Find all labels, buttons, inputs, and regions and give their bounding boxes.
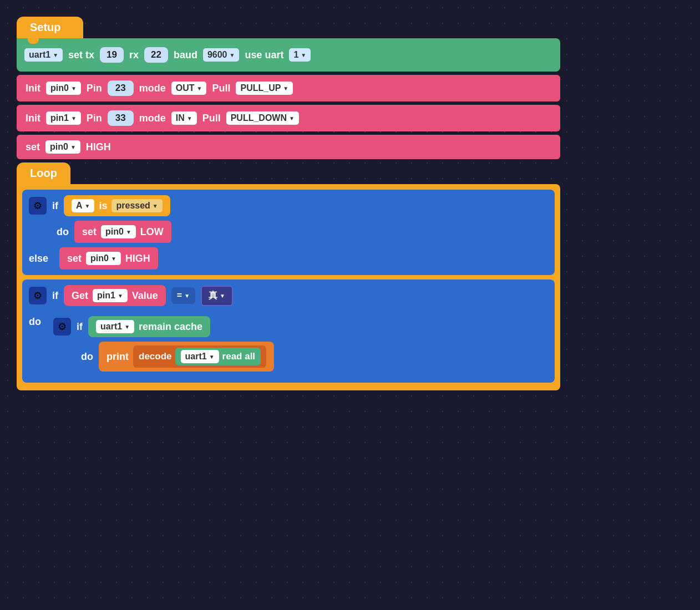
init-pin1-block: Init pin1 ▼ Pin 33 mode IN ▼ Pull PULL_D… <box>17 105 560 131</box>
gear-icon-3[interactable]: ⚙ <box>53 318 71 336</box>
if1-else-row: else set pin0 ▼ HIGH <box>29 247 548 270</box>
rx-value-field[interactable]: 22 <box>144 47 168 63</box>
if1-row: ⚙ if A ▼ is pressed ▼ <box>29 195 548 216</box>
gear-icon-2[interactable]: ⚙ <box>29 287 47 304</box>
if2-pin1-dropdown[interactable]: pin1 ▼ <box>93 289 128 302</box>
print-block: print decode uart1 ▼ read all <box>99 342 274 372</box>
use-uart-dropdown[interactable]: 1 ▼ <box>289 48 311 62</box>
pin1-label: Pin <box>87 113 102 124</box>
nested-if-block: ⚙ if uart1 ▼ remain cache <box>47 311 548 377</box>
loop-body: ⚙ if A ▼ is pressed ▼ <box>17 184 560 390</box>
setup-body: uart1 ▼ set tx 19 rx 22 baud 9600 ▼ use … <box>17 38 560 72</box>
mode-label: mode <box>139 83 166 94</box>
init-pin0-block: Init pin0 ▼ Pin 23 mode OUT ▼ Pull PULL_… <box>17 75 560 101</box>
do2-label: do <box>29 316 41 328</box>
uart-dropdown[interactable]: uart1 ▼ <box>24 48 63 62</box>
setup-label: Setup <box>30 21 61 33</box>
if2-condition: Get pin1 ▼ Value <box>64 285 166 306</box>
set-tx-label: set tx <box>68 49 94 61</box>
decode-block: decode uart1 ▼ read all <box>133 345 266 368</box>
compare-value-dropdown[interactable]: 真 ▼ <box>201 286 233 306</box>
mode1-dropdown[interactable]: IN ▼ <box>171 111 197 125</box>
nested-do-label: do <box>81 351 93 363</box>
if1-do-row: do set pin0 ▼ LOW <box>57 221 548 243</box>
baud-label: baud <box>174 49 197 61</box>
pull-label: Pull <box>212 83 230 94</box>
do-pin0-dropdown[interactable]: pin0 ▼ <box>101 225 136 238</box>
do1-label: do <box>57 226 69 238</box>
button-a-dropdown[interactable]: A ▼ <box>72 199 94 212</box>
rx-label: rx <box>129 49 139 61</box>
set-label: set <box>26 141 40 153</box>
use-uart-label: use uart <box>245 49 283 61</box>
tx-value-field[interactable]: 19 <box>100 47 124 63</box>
if-block-2: ⚙ if Get pin1 ▼ Value = ▼ <box>22 279 555 383</box>
read-all-block: uart1 ▼ read all <box>175 348 261 365</box>
state-dropdown[interactable]: pressed ▼ <box>111 199 162 212</box>
set-pin0-high-block: set pin0 ▼ HIGH <box>17 135 560 159</box>
set-pin0-dropdown[interactable]: pin0 ▼ <box>45 140 80 154</box>
if1-condition: A ▼ is pressed ▼ <box>64 195 170 216</box>
if2-label: if <box>52 290 58 302</box>
nested-if-label: if <box>77 321 83 333</box>
setup-hat: Setup <box>17 17 83 38</box>
setup-section: Setup uart1 ▼ set tx 19 rx 22 baud <box>17 17 560 72</box>
if2-do-row: do ⚙ if uart1 ▼ <box>29 311 548 377</box>
if-block-1: ⚙ if A ▼ is pressed ▼ <box>22 190 555 275</box>
if1-label: if <box>52 200 58 212</box>
remain-cache-block: uart1 ▼ remain cache <box>88 316 210 337</box>
operator-dropdown[interactable]: = ▼ <box>171 287 195 304</box>
pin1-dropdown[interactable]: pin1 ▼ <box>46 111 81 125</box>
else-label: else <box>29 253 48 265</box>
mode1-label: mode <box>139 113 166 124</box>
nested-do-row: do print decode uart1 ▼ <box>81 342 541 372</box>
if1-do-block: set pin0 ▼ LOW <box>74 221 171 243</box>
if1-else-block: set pin0 ▼ HIGH <box>59 247 158 270</box>
mode0-dropdown[interactable]: OUT ▼ <box>171 82 207 95</box>
high-label: HIGH <box>86 141 111 153</box>
pin1-number-field[interactable]: 33 <box>108 110 134 126</box>
pin-label: Pin <box>87 83 102 94</box>
init-label: Init <box>26 83 40 94</box>
pull1-label: Pull <box>202 113 221 124</box>
loop-section: Loop ⚙ if A ▼ is <box>17 162 560 390</box>
nested-if-row: ⚙ if uart1 ▼ remain cache <box>53 316 541 337</box>
read-uart-dropdown[interactable]: uart1 ▼ <box>181 350 219 363</box>
uart-block: uart1 ▼ set tx 19 rx 22 baud 9600 ▼ use … <box>24 44 552 66</box>
workspace: Setup uart1 ▼ set tx 19 rx 22 baud <box>17 17 560 390</box>
init1-label: Init <box>26 113 40 124</box>
pull1-dropdown[interactable]: PULL_DOWN ▼ <box>226 111 299 125</box>
gear-icon-1[interactable]: ⚙ <box>29 197 47 215</box>
loop-hat: Loop <box>17 162 70 184</box>
pin0-dropdown[interactable]: pin0 ▼ <box>46 82 81 95</box>
nested-uart-dropdown[interactable]: uart1 ▼ <box>96 320 134 333</box>
pin0-number-field[interactable]: 23 <box>108 80 134 96</box>
else-pin0-dropdown[interactable]: pin0 ▼ <box>86 252 121 265</box>
if2-row: ⚙ if Get pin1 ▼ Value = ▼ <box>29 285 548 306</box>
pull0-dropdown[interactable]: PULL_UP ▼ <box>236 82 293 95</box>
baud-dropdown[interactable]: 9600 ▼ <box>203 48 240 62</box>
